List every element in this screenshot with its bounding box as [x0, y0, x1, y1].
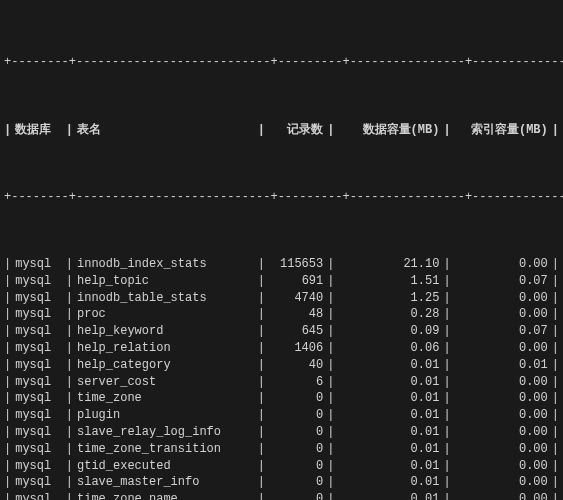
- cell-table: help_topic: [73, 273, 258, 290]
- cell-db: mysql: [11, 374, 66, 391]
- cell-data: 0.01: [334, 374, 443, 391]
- cell-table: innodb_table_stats: [73, 290, 258, 307]
- cell-index: 0.01: [451, 357, 552, 374]
- cell-records: 4740: [265, 290, 327, 307]
- cell-data: 0.01: [334, 357, 443, 374]
- cell-data: 0.01: [334, 491, 443, 500]
- table-row: |mysql|help_category|40|0.01|0.01|: [4, 357, 559, 374]
- table-row: |mysql|time_zone|0|0.01|0.00|: [4, 390, 559, 407]
- cell-db: mysql: [11, 306, 66, 323]
- cell-data: 0.09: [334, 323, 443, 340]
- cell-db: mysql: [11, 340, 66, 357]
- cell-records: 6: [265, 374, 327, 391]
- cell-table: plugin: [73, 407, 258, 424]
- cell-records: 0: [265, 474, 327, 491]
- cell-table: help_category: [73, 357, 258, 374]
- cell-records: 0: [265, 491, 327, 500]
- cell-records: 0: [265, 441, 327, 458]
- cell-data: 0.01: [334, 424, 443, 441]
- cell-index: 0.00: [451, 407, 552, 424]
- table-row: |mysql|plugin|0|0.01|0.00|: [4, 407, 559, 424]
- cell-records: 0: [265, 390, 327, 407]
- cell-table: time_zone: [73, 390, 258, 407]
- cell-index: 0.00: [451, 458, 552, 475]
- cell-data: 0.01: [334, 407, 443, 424]
- table-row: |mysql|innodb_table_stats|4740|1.25|0.00…: [4, 290, 559, 307]
- table-row: |mysql|help_keyword|645|0.09|0.07|: [4, 323, 559, 340]
- table-row: |mysql|gtid_executed|0|0.01|0.00|: [4, 458, 559, 475]
- cell-table: slave_master_info: [73, 474, 258, 491]
- table-row: |mysql|time_zone_transition|0|0.01|0.00|: [4, 441, 559, 458]
- cell-records: 1406: [265, 340, 327, 357]
- col-header-table: 表名: [73, 122, 258, 139]
- cell-table: time_zone_name: [73, 491, 258, 500]
- cell-db: mysql: [11, 491, 66, 500]
- col-header-index: 索引容量(MB): [451, 122, 552, 139]
- cell-records: 645: [265, 323, 327, 340]
- cell-records: 691: [265, 273, 327, 290]
- cell-table: help_relation: [73, 340, 258, 357]
- cell-data: 0.01: [334, 441, 443, 458]
- cell-records: 48: [265, 306, 327, 323]
- cell-data: 1.25: [334, 290, 443, 307]
- table-row: |mysql|server_cost|6|0.01|0.00|: [4, 374, 559, 391]
- table-row: |mysql|help_topic|691|1.51|0.07|: [4, 273, 559, 290]
- col-header-db: 数据库: [11, 122, 66, 139]
- cell-table: innodb_index_stats: [73, 256, 258, 273]
- col-header-data: 数据容量(MB): [334, 122, 443, 139]
- cell-db: mysql: [11, 474, 66, 491]
- cell-data: 0.01: [334, 474, 443, 491]
- table-row: |mysql|help_relation|1406|0.06|0.00|: [4, 340, 559, 357]
- cell-index: 0.07: [451, 323, 552, 340]
- cell-index: 0.00: [451, 306, 552, 323]
- cell-index: 0.00: [451, 290, 552, 307]
- cell-data: 1.51: [334, 273, 443, 290]
- cell-data: 0.28: [334, 306, 443, 323]
- cell-data: 0.06: [334, 340, 443, 357]
- table-row: |mysql|proc|48|0.28|0.00|: [4, 306, 559, 323]
- cell-records: 0: [265, 424, 327, 441]
- cell-index: 0.07: [451, 273, 552, 290]
- header-divider: +--------+---------------------------+--…: [4, 189, 559, 206]
- table-row: |mysql|innodb_index_stats|115653|21.10|0…: [4, 256, 559, 273]
- cell-index: 0.00: [451, 390, 552, 407]
- cell-db: mysql: [11, 323, 66, 340]
- table-row: |mysql|slave_relay_log_info|0|0.01|0.00|: [4, 424, 559, 441]
- col-header-records: 记录数: [265, 122, 327, 139]
- header-row: |数据库 |表名 |记录数 |数据容量(MB) |索引容量(MB) |: [4, 122, 559, 139]
- table-row: |mysql|time_zone_name|0|0.01|0.00|: [4, 491, 559, 500]
- cell-records: 40: [265, 357, 327, 374]
- cell-db: mysql: [11, 273, 66, 290]
- cell-db: mysql: [11, 357, 66, 374]
- cell-index: 0.00: [451, 474, 552, 491]
- cell-records: 0: [265, 458, 327, 475]
- cell-table: time_zone_transition: [73, 441, 258, 458]
- cell-records: 0: [265, 407, 327, 424]
- top-divider: +--------+---------------------------+--…: [4, 54, 559, 71]
- cell-data: 0.01: [334, 390, 443, 407]
- cell-db: mysql: [11, 256, 66, 273]
- cell-db: mysql: [11, 290, 66, 307]
- cell-data: 0.01: [334, 458, 443, 475]
- cell-table: help_keyword: [73, 323, 258, 340]
- cell-db: mysql: [11, 458, 66, 475]
- cell-index: 0.00: [451, 374, 552, 391]
- cell-index: 0.00: [451, 340, 552, 357]
- cell-data: 21.10: [334, 256, 443, 273]
- cell-index: 0.00: [451, 256, 552, 273]
- table-row: |mysql|slave_master_info|0|0.01|0.00|: [4, 474, 559, 491]
- cell-table: proc: [73, 306, 258, 323]
- cell-table: slave_relay_log_info: [73, 424, 258, 441]
- cell-table: gtid_executed: [73, 458, 258, 475]
- cell-db: mysql: [11, 407, 66, 424]
- cell-db: mysql: [11, 390, 66, 407]
- cell-records: 115653: [265, 256, 327, 273]
- terminal-output: +--------+---------------------------+--…: [4, 4, 559, 500]
- rows-container: |mysql|innodb_index_stats|115653|21.10|0…: [4, 256, 559, 500]
- cell-table: server_cost: [73, 374, 258, 391]
- cell-index: 0.00: [451, 424, 552, 441]
- cell-index: 0.00: [451, 441, 552, 458]
- cell-db: mysql: [11, 424, 66, 441]
- cell-db: mysql: [11, 441, 66, 458]
- cell-index: 0.00: [451, 491, 552, 500]
